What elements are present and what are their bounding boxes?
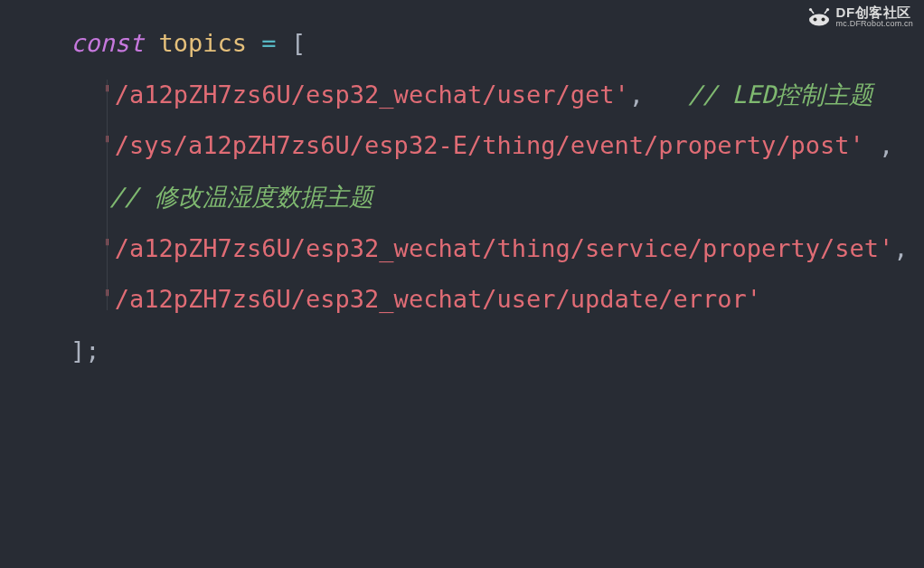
operator-assign: = <box>261 29 276 57</box>
comment-temp: // 修改温湿度数据主题 <box>109 183 373 211</box>
code-line-decl: const topics = [ <box>71 18 924 70</box>
indent-guide <box>107 80 108 310</box>
string-topic-1: '/a12pZH7zs6U/esp32_wechat/user/get' <box>100 80 629 109</box>
comma: , <box>629 80 644 109</box>
comma: , <box>879 131 893 159</box>
bracket-close: ] <box>71 336 85 364</box>
code-block: const topics = [ '/a12pZH7zs6U/esp32_wec… <box>0 0 924 386</box>
comma: , <box>893 234 908 262</box>
code-line-topic-1: '/a12pZH7zs6U/esp32_wechat/user/get', //… <box>71 70 924 121</box>
code-line-topic-3: '/a12pZH7zs6U/esp32_wechat/thing/service… <box>71 223 924 275</box>
keyword-const: const <box>71 29 144 57</box>
string-topic-3: '/a12pZH7zs6U/esp32_wechat/thing/service… <box>100 234 894 262</box>
comment-led: // LED控制主题 <box>688 80 874 109</box>
code-line-close: ]; <box>71 326 924 377</box>
string-topic-4: '/a12pZH7zs6U/esp32_wechat/user/update/e… <box>100 285 762 313</box>
string-topic-2: '/sys/a12pZH7zs6U/esp32-E/thing/event/pr… <box>100 131 864 159</box>
code-line-topic-2: '/sys/a12pZH7zs6U/esp32-E/thing/event/pr… <box>71 120 924 222</box>
bracket-open: [ <box>291 29 306 57</box>
code-line-topic-4: '/a12pZH7zs6U/esp32_wechat/user/update/e… <box>71 274 924 326</box>
variable-topics: topics <box>159 29 248 57</box>
semicolon: ; <box>85 336 99 364</box>
